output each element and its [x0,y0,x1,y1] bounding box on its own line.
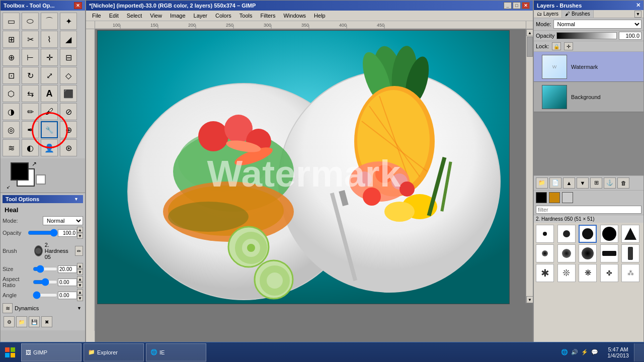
tool-color-picker[interactable]: ◢ [60,31,77,48]
layers-close-btn[interactable]: ✕ [636,2,640,9]
menu-file[interactable]: File [88,12,105,20]
brush-item-14[interactable]: ✤ [600,264,618,282]
angle-input[interactable] [58,292,77,299]
dynamics-icon[interactable]: ≋ [3,303,13,313]
tab-brushes[interactable]: 🖌 Brushes [562,10,594,18]
tool-blend[interactable]: ◑ [3,103,20,120]
tool-crop[interactable]: ⊡ [3,67,20,84]
size-up-btn[interactable]: ▲ [77,263,83,269]
mid-swatch-small[interactable] [549,192,560,203]
tool-persons[interactable]: 👤 [41,139,58,156]
brush-item-15[interactable]: ⁂ [621,264,639,282]
tool-paintbrush[interactable]: 🖌 [41,103,58,120]
gimp-maximize-btn[interactable]: □ [513,2,521,9]
brush-item-8[interactable] [579,244,597,262]
menu-colors[interactable]: Colors [211,12,235,20]
duplicate-layer-btn[interactable]: ⊞ [590,177,602,189]
opacity-down-btn[interactable]: ▼ [77,233,83,239]
tool-rotate[interactable]: ↻ [22,67,39,84]
aspect-input[interactable] [58,279,77,286]
angle-up-btn[interactable]: ▲ [77,289,83,295]
layers-mode-select[interactable]: Normal [553,20,641,29]
taskbar-gimp-item[interactable]: 🖼 GIMP [21,343,82,361]
panel-menu-btn[interactable]: ▼ [634,11,641,18]
tool-shear[interactable]: ◇ [60,67,77,84]
delete-layer-btn[interactable]: 🗑 [617,177,629,189]
tool-clone[interactable]: ⊕ [60,121,77,138]
brush-item-1[interactable] [536,225,554,243]
raise-layer-btn[interactable]: ▲ [563,177,575,189]
brush-filter-input[interactable] [536,206,641,214]
new-layer-group-btn[interactable]: 📁 [536,177,548,189]
menu-view[interactable]: View [146,12,166,20]
image-canvas[interactable]: Watermark [97,30,510,304]
fg-color-swatch[interactable] [11,162,29,180]
brush-item-12[interactable]: ❊ [557,264,576,282]
brush-item-9[interactable] [600,244,618,262]
tool-move[interactable]: ✛ [41,49,58,66]
bg-swatch-small[interactable] [562,192,573,203]
tool-free-select[interactable]: ⌒ [41,13,58,30]
brush-item-13[interactable]: ❋ [579,264,597,282]
tray-power-icon[interactable]: ⚡ [581,349,588,355]
tool-opt-btn2[interactable]: 📁 [16,316,27,327]
gimp-close-btn[interactable]: ✕ [522,2,530,9]
tool-airbrush[interactable]: ◎ [3,121,20,138]
size-down-btn[interactable]: ▼ [77,269,83,275]
opacity-slider[interactable] [28,229,58,236]
tool-opt-btn3[interactable]: 💾 [29,316,40,327]
v-scrollbar[interactable]: ▲ ▼ [526,29,533,303]
toolbox-close-btn[interactable]: ✕ [74,2,82,9]
tool-select-by-color[interactable]: ⊞ [3,31,20,48]
new-layer-btn[interactable]: 📄 [549,177,561,189]
menu-edit[interactable]: Edit [105,12,123,20]
aspect-up-btn[interactable]: ▲ [77,276,83,282]
tool-zoom[interactable]: ⊕ [3,49,20,66]
layer-item-background[interactable]: Background [534,82,643,112]
tool-fuzzy-select[interactable]: ✦ [60,13,77,30]
menu-help[interactable]: Help [310,12,330,20]
menu-layer[interactable]: Layer [190,12,212,20]
brush-item-6[interactable] [536,244,554,262]
system-clock[interactable]: 5:47 AM 1/4/2013 [602,346,634,358]
tool-bucket-fill[interactable]: ⬛ [60,85,77,102]
size-input[interactable] [58,265,77,273]
tool-scissors[interactable]: ✂ [22,31,39,48]
show-desktop-btn[interactable] [634,343,644,361]
tool-eraser[interactable]: ⊘ [60,103,77,120]
brush-item-4[interactable] [600,225,618,243]
brush-item-2[interactable] [557,225,576,243]
tool-smudge[interactable]: ≋ [3,139,20,156]
size-slider[interactable] [33,266,58,272]
menu-select[interactable]: Select [123,12,146,20]
opacity-input[interactable] [58,229,77,237]
brush-edit-btn[interactable]: ✏ [75,246,83,256]
v-scroll-down-btn[interactable]: ▼ [526,296,533,303]
color-reset-btn[interactable]: ↙ [7,185,11,190]
dynamics-expand-btn[interactable]: ▼ [75,305,83,311]
tool-text[interactable]: A [41,85,58,102]
menu-windows[interactable]: Windows [279,12,310,20]
tool-align[interactable]: ⊟ [60,49,77,66]
anchor-layer-btn[interactable]: ⚓ [604,177,616,189]
layer-item-watermark[interactable]: W Watermark [534,52,643,82]
brush-item-5[interactable] [621,225,639,243]
gimp-minimize-btn[interactable]: _ [504,2,512,9]
tool-scale[interactable]: ⤢ [41,67,58,84]
tab-layers[interactable]: 🗂 Layers [534,10,562,18]
quick-mask-btn[interactable] [36,174,46,185]
opacity-track[interactable] [556,32,617,39]
brush-item-11[interactable]: ✱ [536,264,554,282]
lock-pixels-btn[interactable]: 🔒 [552,42,561,50]
tool-options-header[interactable]: Tool Options ▼ [3,195,83,203]
lower-layer-btn[interactable]: ▼ [577,177,589,189]
tool-rect-select[interactable]: ▭ [3,13,20,30]
tool-pencil[interactable]: ✏ [22,103,39,120]
tray-notification-icon[interactable]: 💬 [591,349,598,355]
menu-tools[interactable]: Tools [235,12,257,20]
brush-item-10[interactable] [621,244,639,262]
tool-perspective[interactable]: ⬡ [3,85,20,102]
tool-dodge-burn[interactable]: ◐ [22,139,39,156]
tool-ink[interactable]: ✒ [22,121,39,138]
mode-select[interactable]: Normal [43,216,83,225]
